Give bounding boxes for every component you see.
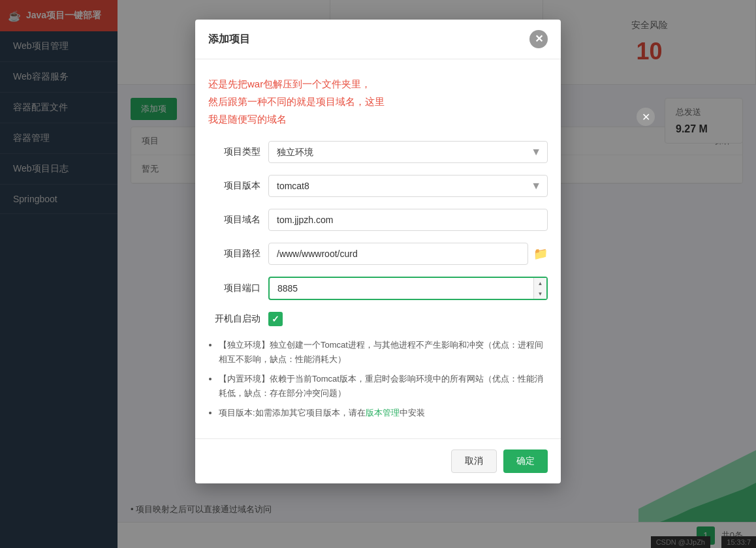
field-project-type: 独立环境 内置环境 ▼ <box>268 141 548 163</box>
form-row-project-path: 项目路径 📁 <box>208 243 548 265</box>
label-project-port: 项目端口 <box>208 282 260 294</box>
autostart-checkbox[interactable] <box>268 312 283 326</box>
project-path-input[interactable] <box>268 243 528 265</box>
form-row-project-port: 项目端口 ▲ ▼ <box>208 277 548 300</box>
dialog-footer: 取消 确定 <box>195 438 561 483</box>
port-spin-down[interactable]: ▼ <box>534 288 546 299</box>
field-project-port: ▲ ▼ <box>268 277 548 300</box>
project-port-input[interactable] <box>268 277 548 300</box>
label-autostart: 开机自启动 <box>208 313 260 325</box>
field-project-version: tomcat8 tomcat9 tomcat7 ▼ <box>268 175 548 197</box>
port-input-wrapper: ▲ ▼ <box>268 277 548 300</box>
dialog-header: 添加项目 ✕ <box>195 20 561 59</box>
project-type-select[interactable]: 独立环境 内置环境 <box>268 141 548 163</box>
dialog-title: 添加项目 <box>208 33 250 46</box>
add-project-dialog: 添加项目 ✕ 还是先把war包解压到一个文件夹里， 然后跟第一种不同的就是项目域… <box>195 20 561 483</box>
annotation-text: 还是先把war包解压到一个文件夹里， 然后跟第一种不同的就是项目域名，这里 我是… <box>208 75 548 128</box>
dialog-body: 还是先把war包解压到一个文件夹里， 然后跟第一种不同的就是项目域名，这里 我是… <box>195 59 561 438</box>
label-project-domain: 项目域名 <box>208 214 260 226</box>
form-row-project-type: 项目类型 独立环境 内置环境 ▼ <box>208 141 548 163</box>
select-wrapper-type: 独立环境 内置环境 ▼ <box>268 141 548 163</box>
cancel-button[interactable]: 取消 <box>451 449 497 473</box>
info-item-0: 【独立环境】独立创建一个Tomcat进程，与其他进程不产生影响和冲突（优点：进程… <box>219 338 548 367</box>
field-project-domain <box>268 209 548 231</box>
dialog-close-button[interactable]: ✕ <box>529 30 548 48</box>
second-dialog-close[interactable]: ✕ <box>637 108 655 126</box>
port-spin-up[interactable]: ▲ <box>534 278 546 288</box>
checkbox-row-autostart: 开机自启动 <box>208 312 548 326</box>
project-domain-input[interactable] <box>268 209 548 231</box>
select-wrapper-version: tomcat8 tomcat9 tomcat7 ▼ <box>268 175 548 197</box>
info-list: 【独立环境】独立创建一个Tomcat进程，与其他进程不产生影响和冲突（优点：进程… <box>208 338 548 420</box>
path-input-wrapper: 📁 <box>268 243 548 265</box>
label-project-type: 项目类型 <box>208 146 260 158</box>
version-mgmt-link[interactable]: 版本管理 <box>366 408 400 418</box>
form-row-project-version: 项目版本 tomcat8 tomcat9 tomcat7 ▼ <box>208 175 548 197</box>
label-project-version: 项目版本 <box>208 180 260 192</box>
confirm-button[interactable]: 确定 <box>503 449 548 473</box>
overlay: 添加项目 ✕ 还是先把war包解压到一个文件夹里， 然后跟第一种不同的就是项目域… <box>0 0 756 548</box>
form-row-project-domain: 项目域名 <box>208 209 548 231</box>
port-spinners: ▲ ▼ <box>533 278 546 299</box>
label-project-path: 项目路径 <box>208 248 260 260</box>
annotation-box: 还是先把war包解压到一个文件夹里， 然后跟第一种不同的就是项目域名，这里 我是… <box>208 72 548 136</box>
info-item-1: 【内置环境】依赖于当前Tomcat版本，重启时会影响环境中的所有网站（优点：性能… <box>219 372 548 401</box>
field-project-path: 📁 <box>268 243 548 265</box>
folder-icon[interactable]: 📁 <box>533 247 548 261</box>
info-item-2: 项目版本:如需添加其它项目版本，请在版本管理中安装 <box>219 406 548 420</box>
project-version-select[interactable]: tomcat8 tomcat9 tomcat7 <box>268 175 548 197</box>
